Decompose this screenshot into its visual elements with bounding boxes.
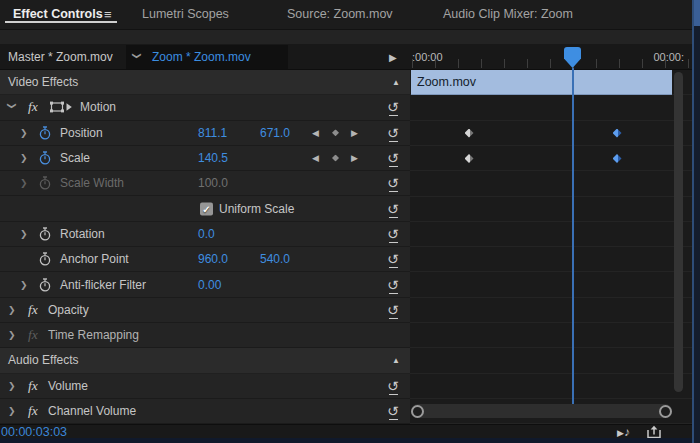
time-remapping-label[interactable]: Time Remapping [48,328,139,342]
export-icon[interactable] [646,425,662,439]
position-y-value[interactable]: 671.0 [260,126,290,140]
chevron-collapsed-icon[interactable]: ❯ [8,305,16,315]
row-position[interactable]: ❯ Position 811.1 671.0 ◀ ▶ ↺ [0,121,410,146]
timeline-clip-bar[interactable]: Zoom.mov [411,70,672,95]
chevron-expanded-icon[interactable]: ❯ [7,102,17,110]
tab-audio-clip-mixer[interactable]: Audio Clip Mixer: Zoom [443,7,573,21]
chevron-collapsed-icon[interactable]: ❯ [8,381,16,391]
next-keyframe-icon[interactable]: ▶ [351,128,358,138]
zoom-scrollbar-left-handle[interactable] [411,405,424,418]
music-note-icon: ♪ [624,425,630,439]
keyframe-timeline-area[interactable] [410,70,692,424]
video-effects-header-label: Video Effects [8,75,78,89]
timeline-zoom-scrollbar[interactable] [411,404,672,418]
stopwatch-keyframe-icon[interactable] [38,252,52,266]
reset-anti-flicker-icon[interactable]: ↺ [387,278,399,292]
reset-scale-width-icon[interactable]: ↺ [387,176,399,190]
chevron-collapsed-icon[interactable]: ❯ [8,330,16,340]
current-timecode[interactable]: 00:00:03:03 [1,425,67,439]
reset-position-icon[interactable]: ↺ [387,126,399,140]
reset-channel-volume-icon[interactable]: ↺ [387,404,399,418]
motion-label[interactable]: Motion [80,100,116,114]
row-rotation[interactable]: ❯ Rotation 0.0 ↺ [0,222,410,247]
scale-value[interactable]: 140.5 [198,151,228,165]
position-x-value[interactable]: 811.1 [198,126,227,140]
row-video-effects-header[interactable]: Video Effects ▲ [0,70,410,95]
row-audio-effects-header[interactable]: Audio Effects ▲ [0,348,410,373]
stopwatch-keyframe-icon[interactable] [38,278,52,292]
timeline-vertical-scrollbar[interactable] [674,72,683,392]
play-audio-icon[interactable]: ▶♪ [617,425,630,439]
opacity-label[interactable]: Opacity [48,303,89,317]
panel-menu-icon[interactable]: ≡ [104,7,112,22]
anchor-point-label[interactable]: Anchor Point [60,252,129,266]
reset-scale-icon[interactable]: ↺ [387,151,399,165]
row-scale-width[interactable]: ❯ Scale Width 100.0 ↺ [0,171,410,196]
zoom-scrollbar-right-handle[interactable] [659,405,672,418]
reset-opacity-icon[interactable]: ↺ [387,303,399,317]
row-motion[interactable]: ❯ fx Motion ↺ [0,95,410,120]
anti-flicker-label[interactable]: Anti-flicker Filter [60,278,146,292]
position-label[interactable]: Position [60,126,103,140]
collapse-section-icon[interactable]: ▲ [392,78,400,87]
selected-clip-label[interactable]: Zoom * Zoom.mov [152,50,251,64]
stopwatch-keyframe-icon [38,176,52,190]
play-triangle-icon: ▶ [617,428,624,438]
fx-toggle-icon[interactable]: fx [28,403,38,419]
uniform-scale-checkbox[interactable]: ✓ [200,202,213,215]
tab-source[interactable]: Source: Zoom.mov [287,7,393,21]
chevron-down-icon[interactable]: ❯ [132,52,142,60]
fx-toggle-icon: fx [28,327,38,343]
tab-effect-controls[interactable]: Effect Controls [13,7,103,21]
anchor-point-y-value[interactable]: 540.0 [260,252,290,266]
row-time-remapping[interactable]: ❯ fx Time Remapping [0,323,410,348]
row-opacity[interactable]: ❯ fx Opacity ↺ [0,298,410,323]
add-keyframe-icon[interactable] [332,155,339,162]
rotation-value[interactable]: 0.0 [198,227,215,241]
ruler-ticks[interactable] [412,59,692,68]
next-keyframe-icon[interactable]: ▶ [351,153,358,163]
active-tab-underline [5,21,117,23]
reset-motion-icon[interactable]: ↺ [387,100,399,114]
stopwatch-keyframe-icon[interactable] [38,151,52,165]
row-uniform-scale[interactable]: ✓ Uniform Scale ↺ [0,196,410,221]
row-anti-flicker[interactable]: ❯ Anti-flicker Filter 0.00 ↺ [0,272,410,297]
prev-keyframe-icon[interactable]: ◀ [312,128,319,138]
chevron-collapsed-icon[interactable]: ❯ [20,280,28,290]
stopwatch-keyframe-icon[interactable] [38,227,52,241]
reset-volume-icon[interactable]: ↺ [387,379,399,393]
anti-flicker-value[interactable]: 0.00 [198,278,221,292]
row-volume[interactable]: ❯ fx Volume ↺ [0,374,410,399]
motion-transform-icon [50,101,72,113]
chevron-collapsed-icon[interactable]: ❯ [20,128,28,138]
chevron-collapsed-icon[interactable]: ❯ [8,406,16,416]
chevron-collapsed-icon[interactable]: ❯ [20,178,28,188]
chevron-collapsed-icon[interactable]: ❯ [20,153,28,163]
channel-volume-label[interactable]: Channel Volume [48,404,136,418]
collapse-section-icon[interactable]: ▲ [392,356,400,365]
scale-label[interactable]: Scale [60,151,90,165]
reset-anchor-point-icon[interactable]: ↺ [387,252,399,266]
row-anchor-point[interactable]: Anchor Point 960.0 540.0 ↺ [0,247,410,272]
reset-rotation-icon[interactable]: ↺ [387,227,399,241]
master-clip-label[interactable]: Master * Zoom.mov [8,50,113,64]
header-right-arrow-icon[interactable]: ▶ [389,51,397,62]
volume-label[interactable]: Volume [48,379,88,393]
chevron-collapsed-icon[interactable]: ❯ [20,229,28,239]
row-scale[interactable]: ❯ Scale 140.5 ◀ ▶ ↺ [0,146,410,171]
fx-toggle-icon[interactable]: fx [28,378,38,394]
adjacent-panel-scroll-thumb[interactable] [694,0,700,26]
fx-toggle-icon[interactable]: fx [28,302,38,318]
tab-lumetri-scopes[interactable]: Lumetri Scopes [142,7,229,21]
reset-uniform-scale-icon[interactable]: ↺ [387,202,399,216]
row-channel-volume[interactable]: ❯ fx Channel Volume ↺ [0,399,410,424]
add-keyframe-icon[interactable] [332,129,339,136]
fx-toggle-icon[interactable]: fx [28,99,38,115]
stopwatch-keyframe-icon[interactable] [38,126,52,140]
scale-width-value: 100.0 [198,176,228,190]
anchor-point-x-value[interactable]: 960.0 [198,252,228,266]
effect-controls-panel: Effect Controls ≡ Lumetri Scopes Source:… [0,0,700,443]
prev-keyframe-icon[interactable]: ◀ [312,153,319,163]
rotation-label[interactable]: Rotation [60,227,105,241]
audio-effects-header-label: Audio Effects [8,353,79,367]
